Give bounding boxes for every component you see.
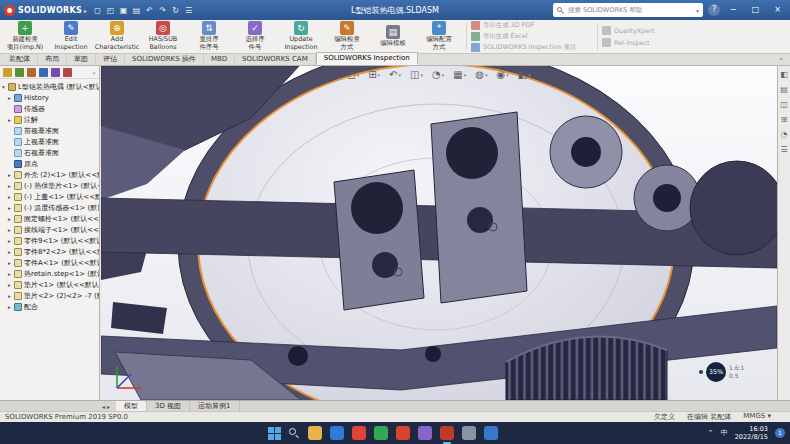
- tree-item[interactable]: ▸ History: [0, 92, 99, 103]
- hud-dropdown-icon[interactable]: ▾: [378, 72, 381, 78]
- hud-dropdown-icon[interactable]: ▾: [442, 72, 445, 78]
- appearances-icon[interactable]: ◔: [781, 130, 788, 139]
- commandmanager-tab[interactable]: 评估: [96, 54, 125, 65]
- hud-icon[interactable]: ◫ ▾: [410, 69, 423, 80]
- hud-icon[interactable]: ◉ ▾: [496, 69, 508, 80]
- undo-icon[interactable]: ↶: [143, 4, 156, 17]
- ribbon-button[interactable]: ⊕ Add Characteristic: [94, 20, 140, 53]
- commandmanager-tab[interactable]: MBD: [204, 54, 235, 65]
- hud-dropdown-icon[interactable]: ▾: [398, 72, 401, 78]
- print-icon[interactable]: ▤: [130, 4, 143, 17]
- tree-item[interactable]: 传感器: [0, 103, 99, 114]
- tree-item[interactable]: ▸ 接线端子<1> (默认<<默认>_显示状态>): [0, 224, 99, 235]
- tree-item[interactable]: ▸ 零件9<1> (默认<<默认>_显示状态>): [0, 235, 99, 246]
- tree-item[interactable]: ▾ L型铠装热电偶 (默认<默认_显示状态-1>): [0, 81, 99, 92]
- design-library-icon[interactable]: ▤: [780, 85, 788, 94]
- hud-dropdown-icon[interactable]: ▾: [464, 72, 467, 78]
- export-menu-item[interactable]: 导出生成 3D PDF: [471, 21, 593, 30]
- notes-app-icon[interactable]: [418, 426, 432, 440]
- configurationmanager-tab-icon[interactable]: [27, 68, 36, 77]
- hud-dropdown-icon[interactable]: ▾: [528, 72, 531, 78]
- tree-item[interactable]: ▸ 零件8*2<2> (默认<<默认>_显示状态>): [0, 246, 99, 257]
- office-app-icon[interactable]: [396, 426, 410, 440]
- ribbon-button[interactable]: ✎ 编辑检查 方式: [324, 20, 370, 53]
- export-menu-item[interactable]: SOLIDWORKS Inspection 项目: [471, 43, 593, 52]
- tray-expand-icon[interactable]: ⌃: [708, 429, 714, 437]
- hud-dropdown-icon[interactable]: ▾: [357, 72, 360, 78]
- resources-icon[interactable]: ◧: [780, 70, 788, 79]
- model-tab[interactable]: 运动算例1: [190, 401, 239, 411]
- ribbon-button[interactable]: ▤ 编辑模板: [370, 20, 416, 53]
- options-icon[interactable]: ☰: [182, 4, 195, 17]
- panel-overflow-icon[interactable]: »: [92, 69, 96, 76]
- graphics-viewport[interactable]: ◻ ▾ ⊞ ▾ ↶ ▾ ◫ ▾ ◔: [101, 66, 777, 400]
- commandmanager-tab[interactable]: SOLIDWORKS Inspection: [316, 52, 418, 65]
- propertymanager-tab-icon[interactable]: [15, 68, 24, 77]
- file-explorer-icon[interactable]: ◫: [780, 100, 788, 109]
- ime-indicator[interactable]: 中: [721, 428, 728, 438]
- ribbon-collapse-icon[interactable]: ⌃: [778, 57, 784, 65]
- ribbon-button[interactable]: ↻ Update Inspection: [278, 20, 324, 53]
- taskbar-clock[interactable]: 16:03 2022/8/15: [735, 425, 768, 441]
- hud-icon[interactable]: ◧ ▾: [518, 69, 531, 80]
- hud-dropdown-icon[interactable]: ▾: [506, 72, 509, 78]
- tree-item[interactable]: ▸ 配合: [0, 301, 99, 312]
- tree-item[interactable]: ▸ (-) 上盖<1> (默认<<默认>_显示状态>): [0, 191, 99, 202]
- model-tab[interactable]: 模型: [116, 401, 147, 411]
- ribbon-button[interactable]: + 新建检查 项目(imp.N): [2, 20, 48, 53]
- featuremanager-tab-icon[interactable]: [3, 68, 12, 77]
- ribbon-button[interactable]: ⇅ 重排序 件序号: [186, 20, 232, 53]
- tree-item[interactable]: ▸ 注解: [0, 114, 99, 125]
- tree-item[interactable]: ▸ 垫片<1> (默认<<默认>_显示状态>): [0, 279, 99, 290]
- tree-item[interactable]: ▸ 热retain.step<1> (默认<<默认>_显示状态>): [0, 268, 99, 279]
- dimxpertmanager-tab-icon[interactable]: [39, 68, 48, 77]
- displaymanager-tab-icon[interactable]: [51, 68, 60, 77]
- ribbon-button[interactable]: * 编辑配置 方式: [416, 20, 462, 53]
- tree-item[interactable]: 上视基准面: [0, 136, 99, 147]
- 3d-model-render[interactable]: [101, 66, 777, 400]
- ribbon-button[interactable]: ✎ Edit Inspection: [48, 20, 94, 53]
- extra-menu-item[interactable]: QualityXpert: [602, 26, 672, 35]
- browser-app-icon[interactable]: [352, 426, 366, 440]
- tree-item[interactable]: ▸ 垫片<2> (2)<2> -7 (默认<<默认>_显示状态>): [0, 290, 99, 301]
- ribbon-button[interactable]: ◎ HAS/SUB Balloons: [140, 20, 186, 53]
- model-tab[interactable]: 3D 视图: [147, 401, 190, 411]
- tree-item[interactable]: ▸ (-) 温度传感器<1> (默认<<默认>_显示状态>): [0, 202, 99, 213]
- redo-icon[interactable]: ↷: [156, 4, 169, 17]
- tree-item[interactable]: ▸ 外壳 (2)<1> (默认<<默认>_显示状态>): [0, 169, 99, 180]
- tree-item[interactable]: ▸ (-) 热保垫片<1> (默认<<默认>_显示状态>): [0, 180, 99, 191]
- extra-menu-item[interactable]: Rel-Inspect: [602, 38, 672, 47]
- export-menu-item[interactable]: 导出生成 Excel: [471, 32, 593, 41]
- taskbar-search-icon[interactable]: [289, 428, 300, 439]
- maximize-button[interactable]: □: [747, 0, 764, 20]
- commandmanager-tab[interactable]: 草图: [67, 54, 96, 65]
- hud-icon[interactable]: ◻ ▾: [347, 69, 359, 80]
- close-button[interactable]: ×: [769, 0, 786, 20]
- save-icon[interactable]: ▣: [117, 4, 130, 17]
- edge-app-icon[interactable]: [330, 426, 344, 440]
- tab-scroll-icons[interactable]: ◂▸: [102, 403, 112, 410]
- new-file-icon[interactable]: ◻: [91, 4, 104, 17]
- menu-expand-icon[interactable]: ▸: [84, 7, 87, 14]
- notification-badge[interactable]: 1: [775, 428, 785, 438]
- search-dropdown-icon[interactable]: ▾: [696, 7, 699, 14]
- open-file-icon[interactable]: ◰: [104, 4, 117, 17]
- start-button[interactable]: [268, 427, 281, 440]
- tree-item[interactable]: 原点: [0, 158, 99, 169]
- tree-item[interactable]: ▸ 固定螺栓<1> (默认<<默认>_显示状态>): [0, 213, 99, 224]
- tree-item[interactable]: ▸ 零件A<1> (默认<<默认>_显示状态>): [0, 257, 99, 268]
- hud-icon[interactable]: ◍ ▾: [475, 69, 487, 80]
- ribbon-button[interactable]: ✓ 选择序 件号: [232, 20, 278, 53]
- view-palette-icon[interactable]: ⊞: [781, 115, 788, 124]
- hud-icon[interactable]: ▦ ▾: [453, 69, 466, 80]
- commandmanager-tab[interactable]: SOLIDWORKS 插件: [125, 54, 204, 65]
- commandmanager-tab[interactable]: 布局: [38, 54, 67, 65]
- search-input[interactable]: 搜索 SOLIDWORKS 帮助 ▾: [553, 3, 703, 17]
- commandmanager-tab[interactable]: SOLIDWORKS CAM: [235, 54, 316, 65]
- tree-item[interactable]: 前视基准面: [0, 125, 99, 136]
- hud-icon[interactable]: ↶ ▾: [389, 69, 401, 80]
- settings-app-icon[interactable]: [462, 426, 476, 440]
- commandmanager-tab[interactable]: 装配体: [2, 54, 38, 65]
- tree-item[interactable]: 右视基准面: [0, 147, 99, 158]
- solidworks-app-icon[interactable]: [440, 426, 454, 440]
